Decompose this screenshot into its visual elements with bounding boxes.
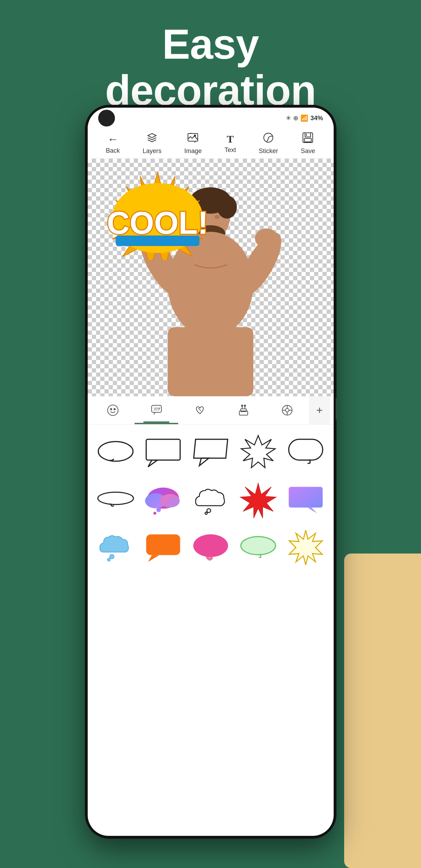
canvas[interactable]: COOL! (88, 159, 334, 396)
svg-point-57 (207, 509, 211, 513)
back-button[interactable]: ← Back (106, 133, 120, 154)
layers-button[interactable]: Layers (143, 132, 161, 155)
svg-rect-60 (289, 487, 322, 507)
image-icon (187, 132, 198, 146)
svg-point-37 (244, 405, 246, 406)
svg-marker-69 (289, 530, 322, 565)
save-icon (302, 132, 313, 146)
svg-marker-59 (240, 483, 276, 518)
wifi-icon: ⊕ (293, 114, 298, 122)
sticker-oval-bubble[interactable] (95, 432, 137, 473)
sticker-parallelogram-bubble[interactable] (190, 432, 232, 473)
phone-mockup: ✳ ⊕ 📶 34% ← Back (85, 105, 336, 839)
sticker-purple-rect[interactable] (285, 479, 327, 521)
svg-rect-31 (152, 405, 161, 412)
message-tab[interactable] (135, 396, 178, 424)
svg-marker-46 (148, 460, 157, 467)
sticker-round-bubble[interactable] (285, 432, 327, 473)
sticker-grid-row2 (88, 476, 334, 524)
save-label: Save (301, 147, 315, 155)
sticker-green-oval[interactable] (237, 527, 279, 569)
svg-point-55 (156, 508, 161, 512)
svg-point-51 (97, 492, 133, 504)
sticker-grid-row3 (88, 524, 334, 576)
layers-label: Layers (143, 147, 161, 155)
back-icon: ← (107, 133, 118, 146)
text-button[interactable]: T Text (225, 133, 236, 154)
sticker-yellow-burst[interactable] (285, 527, 327, 569)
image-button[interactable]: Image (184, 132, 202, 155)
sticker-category-tabs: + (88, 396, 334, 425)
sticker-orange-bubble[interactable] (142, 527, 184, 569)
hero-title: Easy decoration (0, 21, 421, 113)
svg-marker-47 (194, 439, 227, 458)
misc-tab[interactable] (266, 397, 309, 424)
svg-point-58 (205, 512, 207, 514)
hearts-tab[interactable] (178, 397, 222, 424)
svg-point-2 (194, 135, 196, 136)
svg-rect-27 (168, 327, 253, 396)
svg-rect-50 (289, 439, 322, 460)
status-bar: ✳ ⊕ 📶 34% (88, 108, 334, 129)
sticker-icon (263, 132, 274, 146)
svg-point-67 (193, 534, 228, 557)
toolbar: ← Back Layers (88, 129, 334, 159)
sticker-thin-oval[interactable] (95, 479, 137, 521)
svg-point-44 (98, 442, 133, 461)
svg-rect-45 (146, 439, 180, 460)
svg-point-26 (255, 229, 278, 248)
sticker-spiky-bubble[interactable] (237, 432, 279, 473)
save-button[interactable]: Save (301, 132, 315, 155)
svg-marker-61 (307, 508, 317, 513)
text-label: Text (225, 146, 236, 154)
cool-sticker[interactable]: COOL! (95, 169, 220, 260)
sticker-colorful-cloud[interactable] (142, 479, 184, 521)
svg-point-56 (153, 512, 156, 515)
image-label: Image (184, 147, 202, 155)
smiley-tab[interactable] (91, 397, 135, 424)
svg-point-62 (109, 554, 114, 559)
svg-marker-0 (148, 133, 156, 138)
svg-rect-7 (305, 133, 311, 137)
camera-cutout (98, 110, 115, 126)
sticker-grid (88, 425, 334, 476)
sticker-label: Sticker (259, 147, 278, 155)
sticker-cloud-outline[interactable] (190, 479, 232, 521)
svg-marker-48 (199, 458, 209, 466)
svg-point-30 (114, 408, 115, 410)
side-button (336, 398, 336, 419)
cake-tab[interactable] (222, 397, 266, 424)
svg-point-29 (110, 408, 112, 410)
sticker-blue-cloud[interactable] (95, 527, 137, 569)
svg-point-28 (108, 405, 118, 415)
sticker-button[interactable]: Sticker (259, 132, 278, 155)
svg-point-68 (241, 537, 275, 555)
svg-marker-65 (148, 555, 159, 562)
sticker-rect-bubble[interactable] (142, 432, 184, 473)
svg-point-36 (241, 405, 243, 406)
battery-level: 34% (310, 115, 323, 122)
bluetooth-icon: ✳ (286, 114, 291, 122)
svg-rect-64 (146, 534, 180, 555)
back-label: Back (106, 147, 120, 154)
tan-decoration (344, 554, 421, 868)
svg-point-39 (285, 408, 289, 412)
svg-point-63 (107, 558, 110, 561)
svg-point-54 (160, 494, 180, 508)
layers-icon (146, 132, 158, 146)
add-sticker-tab[interactable]: + (309, 396, 330, 424)
signal-icon: 📶 (300, 114, 308, 122)
sticker-red-burst[interactable] (237, 479, 279, 521)
text-icon: T (227, 133, 234, 145)
svg-text:COOL!: COOL! (107, 205, 208, 240)
sticker-pink-bubble[interactable] (190, 527, 232, 569)
svg-marker-49 (241, 435, 275, 468)
svg-rect-8 (304, 138, 311, 142)
status-icons: ✳ ⊕ 📶 34% (286, 114, 323, 122)
